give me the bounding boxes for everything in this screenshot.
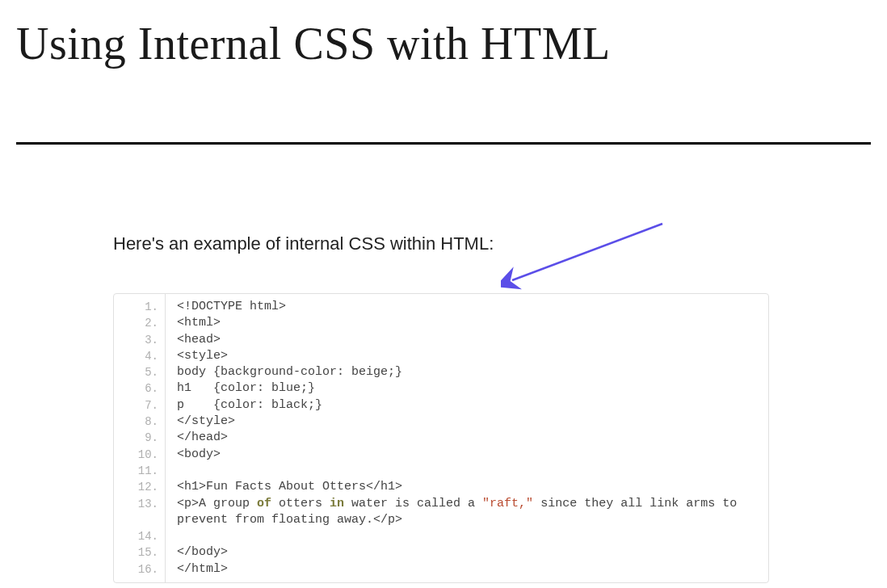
- code-line: <style>: [177, 348, 760, 364]
- content-area: Here's an example of internal CSS within…: [0, 145, 887, 583]
- line-number: 4.: [114, 348, 158, 364]
- code-line: <html>: [177, 315, 760, 331]
- line-number: 9.: [114, 430, 158, 446]
- line-number: 3.: [114, 332, 158, 348]
- code-line: </head>: [177, 430, 760, 446]
- line-number: 13.: [114, 496, 158, 529]
- code-line: <head>: [177, 332, 760, 348]
- line-number: 2.: [114, 315, 158, 331]
- code-line: <!DOCTYPE html>: [177, 299, 760, 315]
- code-line: body {background-color: beige;}: [177, 364, 760, 380]
- line-number: 11.: [114, 463, 158, 479]
- line-number-gutter: 1.2.3.4.5.6.7.8.9.10.11.12.13.14.15.16.: [114, 294, 166, 582]
- line-number: 7.: [114, 397, 158, 414]
- code-line: h1 {color: blue;}: [177, 380, 760, 397]
- code-line: <h1>Fun Facts About Otters</h1>: [177, 479, 760, 495]
- line-number: 14.: [114, 528, 158, 544]
- line-number: 1.: [114, 299, 158, 315]
- line-number: 10.: [114, 447, 158, 463]
- code-content: <!DOCTYPE html><html><head><style>body {…: [166, 294, 768, 582]
- code-line: [177, 463, 760, 479]
- line-number: 5.: [114, 364, 158, 380]
- line-number: 16.: [114, 561, 158, 578]
- line-number: 6.: [114, 380, 158, 397]
- code-line: <body>: [177, 447, 760, 463]
- intro-text: Here's an example of internal CSS within…: [113, 233, 887, 254]
- code-line: </html>: [177, 561, 760, 578]
- code-line: p {color: black;}: [177, 397, 760, 414]
- code-line: </body>: [177, 544, 760, 561]
- code-line: <p>A group of otters in water is called …: [177, 496, 760, 529]
- code-block: 1.2.3.4.5.6.7.8.9.10.11.12.13.14.15.16. …: [113, 293, 769, 583]
- line-number: 12.: [114, 479, 158, 495]
- line-number: 15.: [114, 544, 158, 561]
- page-title: Using Internal CSS with HTML: [0, 0, 887, 69]
- code-line: [177, 528, 760, 544]
- line-number: 8.: [114, 414, 158, 430]
- code-line: </style>: [177, 414, 760, 430]
